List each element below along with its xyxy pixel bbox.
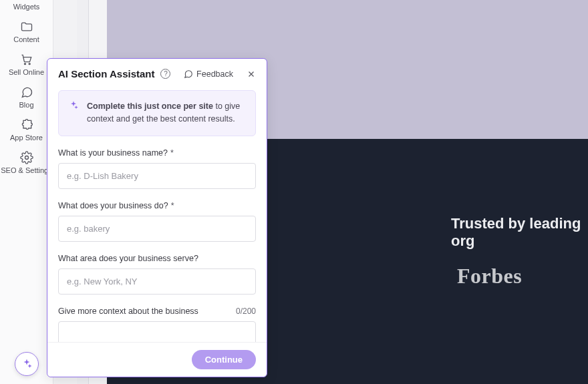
required-indicator: * xyxy=(171,201,174,210)
char-counter: 0/200 xyxy=(236,307,256,316)
sidebar-item-seo-settings[interactable]: SEO & Settings xyxy=(0,147,53,180)
sidebar-item-content[interactable]: Content xyxy=(0,16,53,49)
field-label: What area does your business serve? xyxy=(58,254,198,263)
forbes-logo: Forbes xyxy=(457,264,522,289)
trusted-heading: Trusted by leading org xyxy=(451,215,588,250)
modal-body: Complete this just once per site to give… xyxy=(47,87,267,342)
field-more-context: Give more context about the business 0/2… xyxy=(58,307,256,342)
svg-point-0 xyxy=(24,63,25,65)
field-label: What does your business do? xyxy=(58,201,168,210)
modal-header: AI Section Assistant ? Feedback xyxy=(47,59,267,87)
business-name-input[interactable] xyxy=(58,163,256,189)
puzzle-icon xyxy=(20,118,33,132)
sidebar-item-blog[interactable]: Blog xyxy=(0,81,53,114)
close-icon[interactable] xyxy=(247,69,256,79)
gear-icon xyxy=(20,151,33,164)
chat-icon xyxy=(20,85,33,99)
feedback-icon xyxy=(184,69,193,79)
business-do-input[interactable] xyxy=(58,216,256,242)
continue-button[interactable]: Continue xyxy=(192,350,256,369)
sparkle-icon xyxy=(21,358,33,370)
svg-point-1 xyxy=(29,63,30,65)
more-context-input[interactable] xyxy=(58,321,256,342)
sidebar-item-label: App Store xyxy=(10,134,43,142)
sidebar-item-label: Content xyxy=(13,35,39,43)
field-label: What is your business name? xyxy=(58,148,168,158)
ai-section-assistant-modal: AI Section Assistant ? Feedback Complete… xyxy=(47,58,267,377)
sidebar-item-app-store[interactable]: App Store xyxy=(0,114,53,147)
field-label: Give more context about the business xyxy=(58,307,198,316)
modal-title: AI Section Assistant xyxy=(58,68,154,79)
feedback-label: Feedback xyxy=(196,69,233,79)
help-icon[interactable]: ? xyxy=(160,69,170,79)
ai-fab-button[interactable] xyxy=(15,352,39,376)
cart-icon xyxy=(20,53,33,66)
svg-point-2 xyxy=(25,156,28,160)
sidebar-item-sell-online[interactable]: Sell Online xyxy=(0,49,53,81)
field-business-do: What does your business do? * xyxy=(58,201,256,242)
sidebar-item-label: Blog xyxy=(19,101,33,109)
modal-footer: Continue xyxy=(47,342,267,377)
business-area-input[interactable] xyxy=(58,268,256,295)
info-callout: Complete this just once per site to give… xyxy=(58,90,256,136)
sidebar-item-widgets[interactable]: Widgets xyxy=(0,0,53,16)
folder-icon xyxy=(20,20,33,33)
info-callout-bold: Complete this just once per site xyxy=(87,102,213,111)
sidebar-item-label: Sell Online xyxy=(9,68,44,76)
left-sidebar: Widgets Content Sell Online Blog App Sto… xyxy=(0,0,53,384)
sidebar-item-label: Widgets xyxy=(13,3,40,11)
sparkle-icon xyxy=(68,100,79,111)
sidebar-item-label: SEO & Settings xyxy=(1,166,51,174)
feedback-button[interactable]: Feedback xyxy=(184,69,233,79)
field-business-area: What area does your business serve? xyxy=(58,254,256,295)
field-business-name: What is your business name? * xyxy=(58,148,256,189)
required-indicator: * xyxy=(170,148,174,158)
